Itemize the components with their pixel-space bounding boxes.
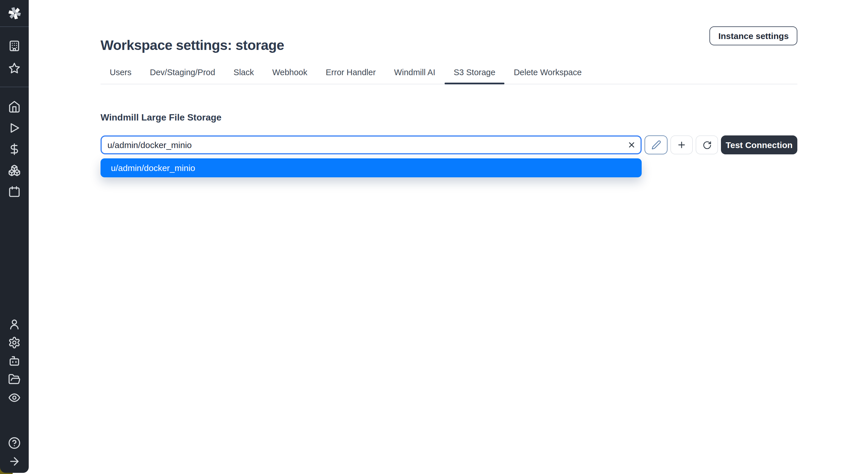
edit-resource-button[interactable] — [645, 135, 668, 155]
folder-open-icon[interactable] — [8, 373, 21, 385]
page-title: Workspace settings: storage — [100, 37, 284, 54]
active-tab-underline — [445, 82, 505, 84]
refresh-button[interactable] — [696, 135, 718, 155]
resource-input-wrap — [100, 135, 642, 155]
clear-x-icon — [627, 141, 636, 149]
section-heading: Windmill Large File Storage — [100, 112, 221, 123]
tab-delete-workspace[interactable]: Delete Workspace — [505, 64, 591, 84]
plus-icon — [677, 140, 686, 150]
storage-resource-row: Test Connection — [100, 135, 797, 155]
clear-button[interactable] — [626, 139, 637, 150]
calendar-icon[interactable] — [8, 185, 21, 198]
building-icon[interactable] — [8, 40, 21, 52]
app-root: Workspace settings: storage Instance set… — [0, 0, 868, 474]
tab-s3-storage-label: S3 Storage — [454, 68, 495, 77]
settings-tabs: Users Dev/Staging/Prod Slack Webhook Err… — [100, 64, 797, 84]
tab-error-handler[interactable]: Error Handler — [316, 64, 385, 84]
star-icon[interactable] — [8, 62, 21, 75]
settings-icon[interactable] — [8, 336, 21, 349]
home-icon[interactable] — [8, 100, 21, 113]
refresh-icon — [702, 140, 711, 149]
sidebar — [0, 0, 29, 473]
sidebar-divider — [0, 26, 29, 27]
robot-icon[interactable] — [8, 354, 21, 367]
test-connection-button[interactable]: Test Connection — [721, 135, 797, 155]
tab-webhook[interactable]: Webhook — [263, 64, 316, 84]
resource-dropdown-item-label: u/admin/docker_minio — [111, 163, 195, 173]
boxes-icon[interactable] — [8, 164, 21, 177]
add-resource-button[interactable] — [671, 135, 693, 155]
dollar-icon[interactable] — [8, 143, 21, 156]
windmill-logo[interactable] — [7, 5, 22, 21]
tab-slack[interactable]: Slack — [224, 64, 263, 84]
tab-dev-staging-prod[interactable]: Dev/Staging/Prod — [141, 64, 224, 84]
user-icon[interactable] — [8, 318, 21, 331]
tab-users[interactable]: Users — [100, 64, 141, 84]
instance-settings-button[interactable]: Instance settings — [710, 26, 797, 45]
resource-dropdown-item[interactable]: u/admin/docker_minio — [100, 158, 642, 177]
s3-resource-input[interactable] — [100, 135, 642, 155]
eye-icon[interactable] — [8, 392, 21, 404]
help-icon[interactable] — [8, 437, 21, 449]
sidebar-divider — [0, 87, 29, 87]
pencil-icon — [651, 140, 661, 150]
arrow-right-icon[interactable] — [8, 455, 21, 468]
play-icon[interactable] — [8, 122, 21, 134]
tab-windmill-ai[interactable]: Windmill AI — [385, 64, 444, 84]
tab-s3-storage[interactable]: S3 Storage — [445, 64, 505, 84]
